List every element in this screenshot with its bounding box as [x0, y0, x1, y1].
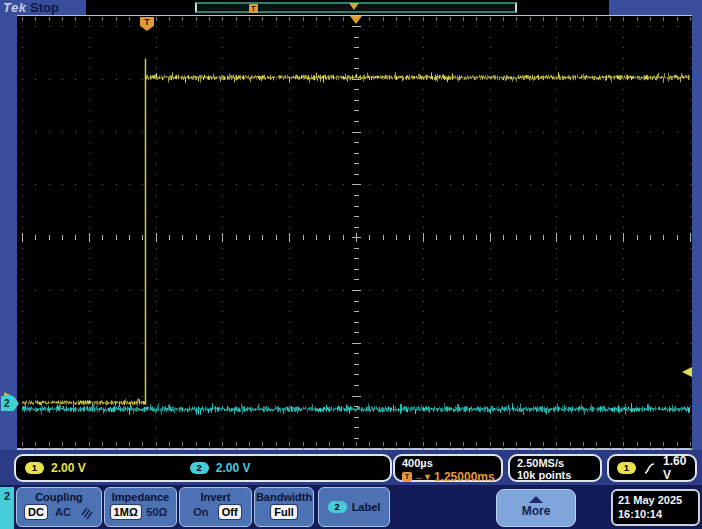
label-button-text: Label [352, 501, 381, 513]
display-border-left [0, 15, 17, 452]
rising-edge-icon [644, 462, 655, 475]
bandwidth-full-option[interactable]: Full [271, 505, 297, 519]
oscilloscope-screen: Tek Stop T T 2 1 2.00 V 2 2.00 V 400µs T… [0, 0, 702, 529]
chevron-up-icon [529, 496, 543, 503]
ch1-scale-value: 2.00 V [51, 461, 86, 475]
impedance-50-option[interactable]: 50Ω [143, 505, 170, 519]
label-menu-button[interactable]: 2 Label [318, 487, 390, 527]
trigger-readout: 1 1.60 V [607, 454, 697, 482]
trigger-level-value: 1.60 V [663, 454, 695, 482]
impedance-menu-button[interactable]: Impedance 1MΩ 50Ω [104, 487, 177, 527]
impedance-title: Impedance [105, 491, 176, 503]
record-expansion-icon [349, 3, 359, 10]
coupling-dc-option[interactable]: DC [25, 505, 47, 519]
trigger-delay-value: 1.25000ms [434, 470, 495, 484]
label-channel-badge: 2 [328, 501, 347, 513]
record-position-bar: T [195, 2, 517, 13]
bandwidth-menu-button[interactable]: Bandwidth Full [254, 487, 314, 527]
date-value: 21 May 2025 [618, 493, 698, 507]
record-length-value: 10k points [517, 469, 600, 481]
channel-2-tab[interactable]: 2 [0, 487, 14, 529]
invert-menu-button[interactable]: Invert On Off [179, 487, 252, 527]
delay-arrows-icon: →▼ [414, 472, 432, 482]
sample-rate-value: 2.50MS/s [517, 457, 600, 469]
tek-logo: Tek [3, 0, 26, 15]
record-trigger-icon: T [249, 4, 258, 13]
waveform-display [17, 15, 692, 450]
soft-menu-bar: 2 Coupling DC AC Impedance 1MΩ 50Ω Inver… [0, 485, 702, 529]
time-value: 16:10:14 [618, 507, 698, 521]
horizontal-readout: 400µs T →▼ 1.25000ms [393, 454, 503, 482]
trigger-t-icon: T [402, 472, 412, 482]
trigger-source-badge: 1 [617, 462, 636, 474]
display-border-right [692, 15, 702, 452]
datetime-display: 21 May 2025 16:10:14 [611, 489, 700, 526]
acquisition-status: Stop [30, 0, 59, 15]
ch2-badge: 2 [190, 462, 209, 474]
horizontal-scale-value: 400µs [402, 457, 501, 469]
ch1-badge: 1 [25, 462, 44, 474]
ch2-scale-value: 2.00 V [216, 461, 251, 475]
coupling-ac-option[interactable]: AC [52, 505, 74, 519]
top-bar-right [609, 0, 702, 15]
invert-off-option[interactable]: Off [219, 505, 241, 519]
expansion-point-icon [350, 16, 362, 24]
trigger-level-arrow-icon [682, 367, 692, 377]
invert-title: Invert [180, 491, 251, 503]
readout-strip: 1 2.00 V 2 2.00 V 400µs T →▼ 1.25000ms 2… [0, 450, 702, 485]
coupling-title: Coupling [17, 491, 101, 503]
coupling-ground-icon[interactable] [79, 506, 93, 519]
invert-on-option[interactable]: On [190, 505, 211, 519]
acquisition-readout: 2.50MS/s 10k points [508, 454, 602, 482]
coupling-menu-button[interactable]: Coupling DC AC [16, 487, 102, 527]
waveform-canvas [17, 16, 692, 449]
top-bar-left: Tek Stop [0, 0, 86, 15]
more-button-text: More [497, 504, 575, 518]
bandwidth-title: Bandwidth [255, 491, 313, 503]
impedance-1m-option[interactable]: 1MΩ [111, 505, 141, 519]
more-button[interactable]: More [496, 489, 576, 527]
channel-scale-readout: 1 2.00 V 2 2.00 V [14, 454, 392, 482]
